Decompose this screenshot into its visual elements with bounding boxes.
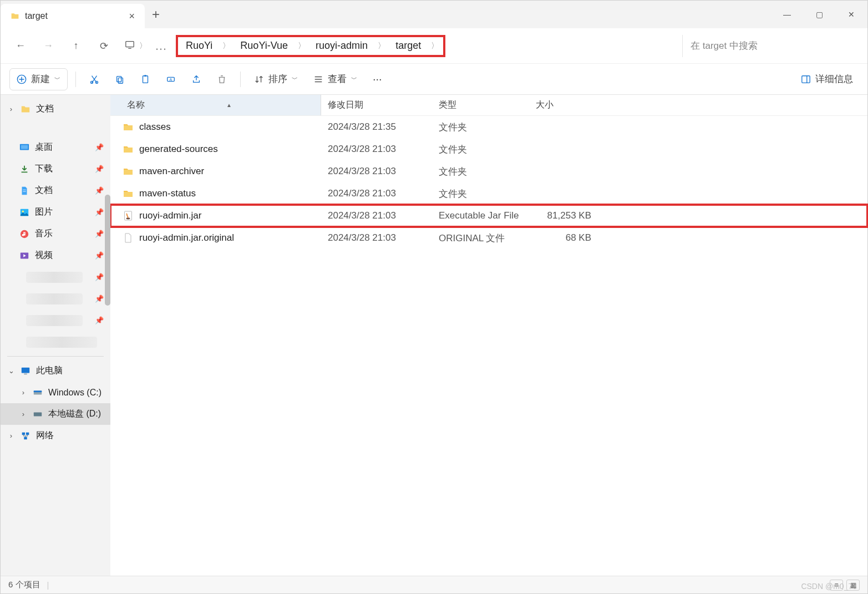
chevron-down-icon: ﹀ bbox=[292, 75, 298, 83]
sidebar-item-blurred[interactable]: 📌 bbox=[1, 288, 110, 309]
column-type[interactable]: 类型 bbox=[432, 99, 529, 111]
window-controls: — ▢ ✕ bbox=[771, 1, 867, 28]
chevron-down-icon: ⌄ bbox=[7, 367, 15, 375]
view-button[interactable]: 查看 ﹀ bbox=[308, 68, 363, 90]
file-name: classes bbox=[139, 121, 171, 133]
file-row[interactable]: maven-status2024/3/28 21:03文件夹 bbox=[110, 182, 867, 205]
file-row[interactable]: ruoyi-admin.jar.original2024/3/28 21:03O… bbox=[110, 227, 867, 249]
sidebar-item-music[interactable]: 音乐 📌 bbox=[1, 223, 110, 245]
up-button[interactable]: ↑ bbox=[64, 34, 88, 58]
sidebar-item-videos[interactable]: 视频 📌 bbox=[1, 245, 110, 266]
column-size[interactable]: 大小 bbox=[529, 99, 601, 111]
sidebar-item-thispc[interactable]: ⌄ 此电脑 bbox=[1, 360, 110, 382]
file-type: 文件夹 bbox=[432, 143, 529, 156]
file-type: Executable Jar File bbox=[432, 210, 529, 221]
delete-button[interactable] bbox=[211, 68, 232, 90]
sidebar-item-drive-d[interactable]: › 本地磁盘 (D:) bbox=[1, 403, 110, 425]
toolbar: 新建 ﹀ A 排序 ﹀ 查看 ﹀ ··· 详细信息 bbox=[1, 64, 867, 95]
new-tab-button[interactable]: + bbox=[145, 1, 167, 28]
sidebar-item-blurred[interactable]: 📌 bbox=[1, 266, 110, 288]
sort-label: 排序 bbox=[268, 73, 287, 85]
close-button[interactable]: ✕ bbox=[835, 1, 867, 28]
svg-rect-7 bbox=[144, 75, 146, 77]
jar-icon bbox=[123, 210, 134, 221]
details-pane-label: 详细信息 bbox=[815, 73, 853, 85]
scrollbar-thumb[interactable] bbox=[105, 195, 110, 306]
file-type: 文件夹 bbox=[432, 165, 529, 178]
address-bar: ← → ↑ ⟳ 〉 … RuoYi 〉 RuoYi-Vue 〉 ruoyi-ad… bbox=[1, 28, 867, 64]
chevron-right-icon: › bbox=[19, 388, 27, 397]
sort-button[interactable]: 排序 ﹀ bbox=[248, 68, 303, 90]
file-name: ruoyi-admin.jar bbox=[139, 210, 201, 221]
breadcrumb-part[interactable]: RuoYi-Vue bbox=[235, 38, 293, 54]
file-type: 文件夹 bbox=[432, 187, 529, 200]
sidebar-label: 下载 bbox=[35, 163, 53, 175]
sidebar: › 文档 桌面 📌 下载 📌 文档 📌 图片 bbox=[1, 95, 110, 576]
sort-ascending-icon: ▲ bbox=[226, 102, 232, 108]
breadcrumb-part[interactable]: ruoyi-admin bbox=[310, 38, 373, 54]
column-name[interactable]: 名称 ▲ bbox=[110, 95, 321, 115]
file-row[interactable]: maven-archiver2024/3/28 21:03文件夹 bbox=[110, 160, 867, 182]
copy-button[interactable] bbox=[109, 68, 130, 90]
tab-target[interactable]: target × bbox=[1, 4, 145, 28]
search-input[interactable]: 在 target 中搜索 bbox=[682, 35, 860, 57]
breadcrumb-part[interactable]: target bbox=[390, 38, 427, 54]
sidebar-item-drive-c[interactable]: › Windows (C:) bbox=[1, 382, 110, 403]
file-icon bbox=[123, 232, 134, 243]
breadcrumb-part[interactable]: RuoYi bbox=[180, 38, 218, 54]
search-placeholder: 在 target 中搜索 bbox=[691, 39, 758, 52]
paste-button[interactable] bbox=[135, 68, 156, 90]
chevron-right-icon[interactable]: 〉 bbox=[429, 41, 441, 51]
file-row[interactable]: classes2024/3/28 21:35文件夹 bbox=[110, 116, 867, 138]
divider bbox=[240, 72, 241, 87]
maximize-button[interactable]: ▢ bbox=[803, 1, 835, 28]
chevron-right-icon: › bbox=[7, 431, 15, 440]
sidebar-item-desktop[interactable]: 桌面 📌 bbox=[1, 136, 110, 158]
sidebar-item-downloads[interactable]: 下载 📌 bbox=[1, 158, 110, 180]
back-button[interactable]: ← bbox=[8, 34, 33, 58]
sidebar-item-network[interactable]: › 网络 bbox=[1, 425, 110, 446]
chevron-down-icon: ﹀ bbox=[351, 75, 357, 83]
more-button[interactable]: ··· bbox=[367, 68, 388, 90]
chevron-right-icon[interactable]: 〉 bbox=[296, 41, 308, 51]
sidebar-label: 文档 bbox=[36, 103, 54, 115]
pin-icon: 📌 bbox=[95, 316, 104, 324]
svg-rect-21 bbox=[34, 390, 42, 392]
status-bar: 6 个项目 | ≡ ▦ bbox=[1, 576, 867, 593]
svg-rect-10 bbox=[802, 75, 810, 83]
chevron-right-icon[interactable]: 〉 bbox=[375, 41, 388, 51]
svg-text:A: A bbox=[170, 77, 172, 82]
thispc-icon bbox=[21, 366, 31, 376]
file-row[interactable]: ruoyi-admin.jar2024/3/28 21:03Executable… bbox=[110, 205, 867, 227]
sidebar-item-pictures[interactable]: 图片 📌 bbox=[1, 201, 110, 223]
sidebar-label: 视频 bbox=[35, 250, 53, 261]
column-date[interactable]: 修改日期 bbox=[321, 99, 432, 111]
sidebar-label: 图片 bbox=[35, 206, 53, 218]
forward-button[interactable]: → bbox=[36, 34, 60, 58]
folder-icon bbox=[123, 166, 134, 177]
overflow-ellipsis-icon[interactable]: … bbox=[151, 39, 170, 53]
status-text: 6 个项目 bbox=[8, 580, 40, 590]
tab-close-icon[interactable]: × bbox=[129, 11, 135, 22]
cut-button[interactable] bbox=[84, 68, 105, 90]
share-button[interactable] bbox=[186, 68, 207, 90]
sidebar-item-documents-top[interactable]: › 文档 bbox=[1, 98, 110, 120]
sidebar-item-blurred[interactable]: 📌 bbox=[1, 309, 110, 331]
breadcrumb[interactable]: 〉 … bbox=[119, 35, 172, 57]
file-row[interactable]: generated-sources2024/3/28 21:03文件夹 bbox=[110, 138, 867, 160]
refresh-button[interactable]: ⟳ bbox=[92, 34, 116, 58]
chevron-right-icon[interactable]: 〉 bbox=[137, 41, 149, 51]
file-type: ORIGINAL 文件 bbox=[432, 232, 529, 245]
svg-rect-6 bbox=[143, 75, 148, 83]
chevron-down-icon: ﹀ bbox=[54, 75, 60, 83]
file-name: ruoyi-admin.jar.original bbox=[139, 232, 234, 243]
svg-rect-19 bbox=[24, 373, 27, 374]
sidebar-item-documents[interactable]: 文档 📌 bbox=[1, 180, 110, 201]
rename-button[interactable]: A bbox=[160, 68, 181, 90]
minimize-button[interactable]: — bbox=[771, 1, 803, 28]
details-pane-button[interactable]: 详细信息 bbox=[795, 68, 859, 90]
chevron-right-icon[interactable]: 〉 bbox=[220, 41, 232, 51]
sidebar-item-blurred[interactable] bbox=[1, 331, 110, 353]
new-button[interactable]: 新建 ﹀ bbox=[9, 68, 68, 90]
monitor-icon bbox=[125, 40, 135, 52]
